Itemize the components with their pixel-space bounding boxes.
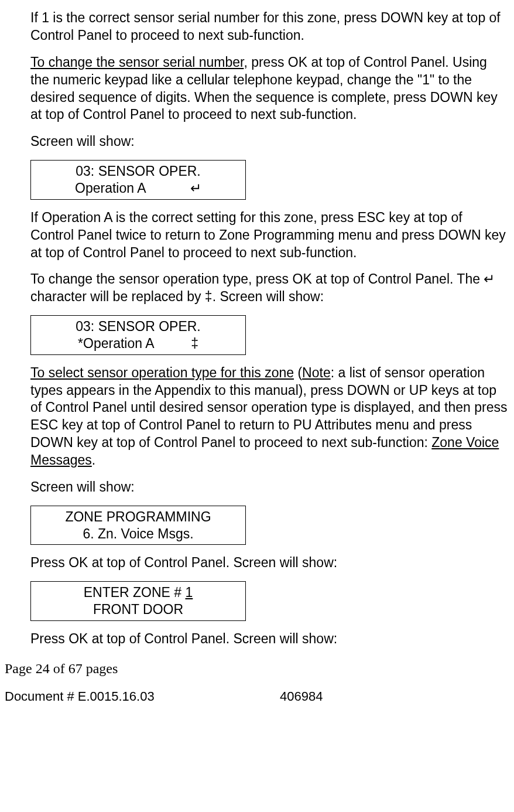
underlined-text: To select sensor operation type for this… — [30, 365, 294, 380]
document-number: 406984 — [280, 688, 323, 705]
lcd-line-2: FRONT DOOR — [36, 601, 241, 618]
document-id: Document # E.0015.16.03 — [5, 688, 280, 705]
underlined-text: Note — [302, 365, 331, 380]
lcd-display: 03: SENSOR OPER. Operation A ↵ — [30, 160, 246, 200]
paragraph: If 1 is the correct sensor serial number… — [30, 9, 508, 45]
text: . — [92, 452, 95, 468]
lcd-display: 03: SENSOR OPER. *Operation A ‡ — [30, 315, 246, 355]
paragraph: Screen will show: — [30, 133, 508, 151]
page-number: Page 24 of 67 pages — [0, 660, 514, 678]
lcd-display: ZONE PROGRAMMING 6. Zn. Voice Msgs. — [30, 506, 246, 545]
paragraph: To change the sensor serial number, pres… — [30, 54, 508, 124]
paragraph: To change the sensor operation type, pre… — [30, 271, 508, 306]
lcd-line-1: ENTER ZONE # 1 — [36, 584, 241, 601]
lcd-line-1: 03: SENSOR OPER. — [36, 318, 241, 335]
paragraph: Press OK at top of Control Panel. Screen… — [30, 630, 508, 648]
text: ( — [294, 365, 302, 380]
lcd-line-2: Operation A ↵ — [36, 180, 241, 197]
lcd-line-1: ZONE PROGRAMMING — [36, 509, 241, 526]
paragraph: If Operation A is the correct setting fo… — [30, 209, 508, 262]
document-footer: Document # E.0015.16.03 406984 — [0, 688, 514, 705]
lcd-line-1: 03: SENSOR OPER. — [36, 163, 241, 180]
paragraph: Press OK at top of Control Panel. Screen… — [30, 554, 508, 572]
lcd-display: ENTER ZONE # 1 FRONT DOOR — [30, 581, 246, 621]
paragraph: To select sensor operation type for this… — [30, 364, 508, 469]
paragraph: Screen will show: — [30, 479, 508, 496]
underlined-text: To change the sensor serial number — [30, 54, 244, 70]
lcd-line-2: *Operation A ‡ — [36, 335, 241, 352]
lcd-line-2: 6. Zn. Voice Msgs. — [36, 526, 241, 543]
